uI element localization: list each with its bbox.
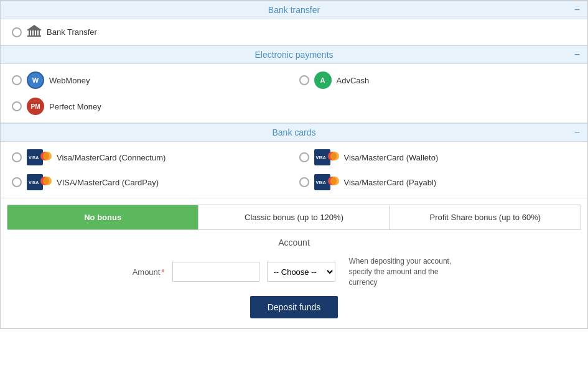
bonus-tabs: No bonus Classic bonus (up to 120%) Prof…: [7, 205, 581, 230]
bonus-tab-classic[interactable]: Classic bonus (up to 120%): [198, 205, 390, 229]
bank-cards-header: Bank cards −: [1, 123, 587, 142]
amount-label: Amount*: [128, 267, 165, 277]
bonus-tab-no-bonus[interactable]: No bonus: [7, 205, 198, 229]
svg-rect-4: [36, 30, 37, 35]
payabl-item[interactable]: VISA Visa/MasterCard (Payabl): [294, 172, 582, 193]
perfectmoney-icon: PM: [27, 98, 44, 115]
bank-transfer-title: Bank transfer: [268, 5, 320, 15]
connectum-icon: VISA: [27, 149, 52, 165]
bank-cards-collapse-icon[interactable]: −: [574, 127, 580, 138]
electronic-payments-title: Electronic payments: [254, 50, 333, 60]
webmoney-icon: W: [27, 72, 44, 89]
connectum-radio[interactable]: [12, 152, 22, 162]
advcash-item[interactable]: A AdvCash: [294, 69, 582, 91]
webmoney-item[interactable]: W WebMoney: [7, 69, 294, 91]
connectum-item[interactable]: VISA Visa/MasterCard (Connectum): [7, 147, 294, 168]
bank-transfer-collapse-icon[interactable]: −: [574, 4, 580, 16]
svg-rect-0: [27, 29, 41, 30]
bank-transfer-label: Bank Transfer: [47, 27, 97, 37]
webmoney-label: WebMoney: [49, 76, 90, 85]
svg-rect-6: [27, 35, 41, 37]
account-title: Account: [13, 238, 575, 247]
payabl-label: Visa/MasterCard (Payabl): [344, 178, 437, 187]
amount-row: Amount* -- Choose -- USD EUR GBP RUB Whe…: [13, 256, 575, 287]
walleto-item[interactable]: VISA Visa/MasterCard (Walleto): [294, 147, 582, 168]
cardpay-icon: VISA: [27, 174, 52, 190]
bank-transfer-row: Bank Transfer: [1, 19, 587, 45]
walleto-radio[interactable]: [299, 152, 309, 162]
deposit-button[interactable]: Deposit funds: [250, 296, 338, 318]
advcash-icon: A: [314, 72, 332, 89]
amount-input[interactable]: [172, 262, 259, 282]
payabl-radio[interactable]: [299, 177, 309, 187]
perfectmoney-label: Perfect Money: [49, 102, 101, 111]
bank-cards-grid: VISA Visa/MasterCard (Connectum) VISA: [1, 142, 587, 198]
svg-rect-3: [34, 30, 35, 35]
cardpay-item[interactable]: VISA VISA/MasterCard (CardPay): [7, 172, 294, 193]
cardpay-radio[interactable]: [12, 177, 22, 187]
bank-icon: [27, 24, 42, 40]
payment-container: Bank transfer − Bank Transfer Electronic…: [0, 0, 588, 329]
bank-transfer-header: Bank transfer −: [1, 1, 587, 19]
perfectmoney-radio[interactable]: [12, 101, 22, 111]
walleto-icon: VISA: [314, 149, 339, 165]
bank-transfer-radio[interactable]: [12, 27, 22, 37]
svg-rect-2: [31, 30, 32, 35]
electronic-payments-collapse-icon[interactable]: −: [574, 49, 580, 60]
bank-cards-title: Bank cards: [272, 127, 315, 137]
svg-marker-7: [28, 25, 40, 29]
advcash-radio[interactable]: [299, 75, 309, 85]
connectum-label: Visa/MasterCard (Connectum): [57, 153, 166, 162]
walleto-label: Visa/MasterCard (Walleto): [344, 153, 439, 162]
svg-rect-1: [29, 30, 30, 35]
deposit-hint: When depositing your account, specify th…: [349, 256, 461, 287]
perfectmoney-item[interactable]: PM Perfect Money: [7, 95, 294, 118]
payabl-icon: VISA: [314, 174, 339, 190]
electronic-payments-grid: W WebMoney A AdvCash PM Perfect Money: [1, 64, 587, 123]
currency-select[interactable]: -- Choose -- USD EUR GBP RUB: [267, 262, 335, 282]
electronic-payments-header: Electronic payments −: [1, 45, 587, 64]
advcash-label: AdvCash: [337, 76, 370, 85]
webmoney-radio[interactable]: [12, 75, 22, 85]
svg-rect-5: [39, 30, 40, 35]
cardpay-label: VISA/MasterCard (CardPay): [57, 178, 159, 187]
bonus-tab-profit-share[interactable]: Profit Share bonus (up to 60%): [390, 205, 581, 229]
deposit-form: Account Amount* -- Choose -- USD EUR GBP…: [1, 230, 587, 328]
